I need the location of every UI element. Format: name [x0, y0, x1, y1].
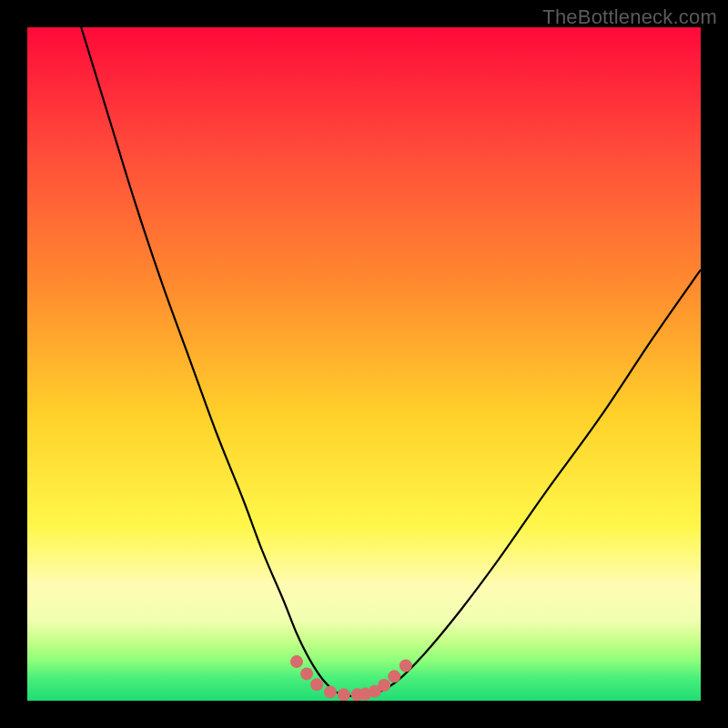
- marker-point: [300, 667, 313, 680]
- marker-point: [290, 655, 303, 668]
- chart-background: [27, 27, 701, 701]
- marker-point: [399, 660, 412, 672]
- watermark-label: TheBottleneck.com: [542, 5, 717, 29]
- marker-point: [338, 688, 350, 701]
- chart-svg: [27, 27, 701, 701]
- marker-point: [310, 678, 323, 691]
- plot-area: [27, 27, 701, 701]
- marker-point: [378, 679, 390, 692]
- marker-point: [388, 670, 400, 682]
- chart-frame: TheBottleneck.com: [0, 0, 728, 728]
- marker-point: [324, 685, 337, 698]
